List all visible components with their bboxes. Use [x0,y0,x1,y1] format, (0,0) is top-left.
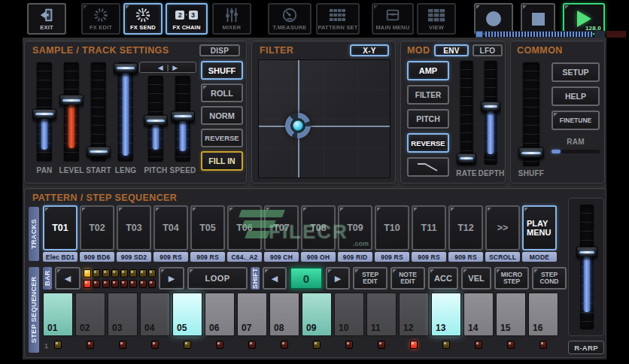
step-led-05 [184,341,191,349]
xy-puck[interactable] [285,113,311,138]
slider-thumb[interactable] [59,95,84,106]
step-led-cell [463,341,494,349]
exit-button[interactable]: EXIT [27,3,66,35]
roll-button[interactable]: ROLL [201,83,243,102]
leng-slider[interactable] [114,62,138,162]
step-pad-12[interactable]: 12 [399,293,429,336]
step-pad-08[interactable]: 08 [269,293,299,336]
pitch-slider[interactable] [144,76,168,162]
slider-track[interactable] [460,61,473,165]
track-scroll-tab[interactable]: >> [485,205,520,250]
filter-xy-pad[interactable] [258,59,390,178]
track-tab-t08[interactable]: T08 [301,205,336,250]
mod-pitch-button[interactable]: PITCH [407,109,449,129]
mod-filter-button[interactable]: FILTER [407,85,449,105]
r-arp-button[interactable]: R-ARP [568,341,604,354]
master-slider[interactable] [576,205,597,329]
track-tab-t03[interactable]: T03 [117,205,151,250]
start-slider[interactable] [87,62,111,162]
slider-thumb[interactable] [518,147,544,159]
speed-slider[interactable] [171,76,195,162]
step-cond-button[interactable]: STEP COND [532,267,567,290]
shift-left-button[interactable]: ◀ [263,267,287,290]
play-menu-tab[interactable]: PLAY MENU [522,205,557,250]
step-pad-16[interactable]: 16 [528,293,558,336]
env-tab[interactable]: ENV [434,44,469,56]
vel-button[interactable]: VEL [461,267,491,290]
note-edit-button[interactable]: NOTE EDIT [390,267,425,290]
acc-button[interactable]: ACC [428,267,458,290]
track-sample-badge: 909 SD2 [117,252,151,262]
track-tab-t12[interactable]: T12 [448,205,483,250]
step-pad-01[interactable]: 01 [43,293,73,336]
slider-thumb[interactable] [576,247,597,258]
slider-thumb[interactable] [32,108,56,120]
step-pad-05[interactable]: 05 [172,293,202,336]
bar-next-button[interactable]: ▶ [159,267,184,290]
level-slider[interactable] [59,62,84,162]
xy-mode-button[interactable]: X-Y [350,44,389,56]
track-tab-t01[interactable]: T01 [43,205,77,250]
micro-step-button[interactable]: MICRO STEP [494,267,529,290]
fx-edit-button[interactable]: FX EDIT [81,3,120,35]
track-tab-t10[interactable]: T10 [375,205,409,250]
step-pad-10[interactable]: 10 [334,293,364,336]
fx-send-button[interactable]: 1 FX SEND [123,3,163,35]
bar-prev-button[interactable]: ◀ [55,267,81,290]
step-pad-07[interactable]: 07 [237,293,267,336]
loop-button[interactable]: LOOP [187,267,248,290]
track-tab-t06[interactable]: T06 [227,205,262,250]
step-pad-15[interactable]: 15 [496,293,526,336]
lfo-tab[interactable]: LFO [473,44,503,56]
step-pad-06[interactable]: 06 [205,293,235,336]
track-tab-t02[interactable]: T02 [80,205,114,250]
sample-prev-next-button[interactable]: ◀ | ▶ [139,62,196,73]
pan-slider[interactable] [32,62,56,162]
mod-rate-slider[interactable] [457,61,476,165]
help-button[interactable]: HELP [552,86,600,106]
step-led-12 [410,341,418,349]
setup-button[interactable]: SETUP [552,62,600,82]
time-measure-button[interactable]: T.MEASURE [268,3,311,35]
finetune-button[interactable]: FINETUNE [552,111,600,130]
slider-thumb[interactable] [457,153,476,164]
step-pad-09[interactable]: 09 [302,293,332,336]
mixer-button[interactable]: MIXER [212,3,251,35]
step-edit-button[interactable]: STEP EDIT [353,267,387,290]
mod-amp-button[interactable]: AMP [407,61,449,80]
step-pad-02[interactable]: 02 [75,293,105,336]
step-pad-04[interactable]: 04 [140,293,170,336]
step-pad-13[interactable]: 13 [431,293,461,336]
slider-thumb[interactable] [144,115,168,126]
norm-button[interactable]: NORM [201,106,243,125]
track-tab-t07[interactable]: T07 [264,205,299,250]
mod-reverse-button[interactable]: REVERSE [407,133,449,153]
fill-in-button[interactable]: FILL IN [201,151,243,171]
slider-thumb[interactable] [171,111,195,122]
reverse-button[interactable]: REVERSE [201,129,243,147]
shift-right-button[interactable]: ▶ [326,267,350,290]
track-tab-t04[interactable]: T04 [153,205,188,250]
step-number: 08 [274,323,284,333]
track-tab-t09[interactable]: T09 [338,205,372,250]
fx-chain-button[interactable]: 2·3 FX CHAIN [166,3,208,35]
play-button[interactable]: 128.0 [563,3,605,35]
view-button[interactable]: VIEW [417,3,456,35]
pattern-set-button[interactable]: PATTERN SET [316,3,360,35]
slider-thumb[interactable] [87,146,111,157]
track-tab-t05[interactable]: T05 [190,205,225,250]
record-button[interactable] [474,3,513,35]
stop-button[interactable] [521,3,555,35]
disp-button[interactable]: DISP [199,44,240,56]
slider-thumb[interactable] [114,62,138,74]
main-menu-button[interactable]: MAIN MENU [372,3,414,35]
step-pad-03[interactable]: 03 [108,293,138,336]
mod-env-shape-button[interactable] [407,157,449,177]
slider-thumb[interactable] [481,101,500,112]
step-pad-14[interactable]: 14 [463,293,494,336]
shuff-button[interactable]: SHUFF [201,61,243,80]
track-tab-t11[interactable]: T11 [412,205,446,250]
common-shuff-slider[interactable] [518,62,544,166]
step-pad-11[interactable]: 11 [366,293,397,336]
mod-depth-slider[interactable] [481,61,500,165]
